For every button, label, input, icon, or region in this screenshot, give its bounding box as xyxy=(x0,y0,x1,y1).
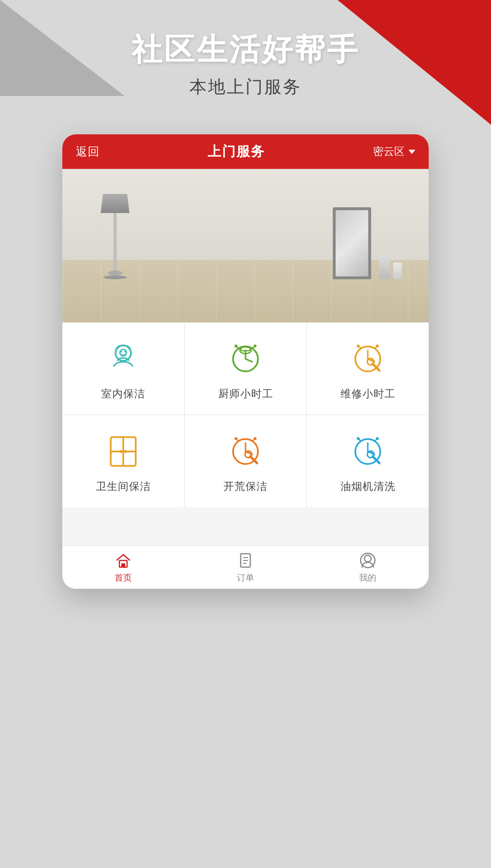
svg-point-3 xyxy=(124,351,126,353)
nav-item-mine[interactable]: 我的 xyxy=(306,546,429,589)
service-label-move-in: 开荒保洁 xyxy=(223,479,268,494)
app-header: 返回 上门服务 密云区 xyxy=(62,134,429,169)
lamp-base xyxy=(108,271,122,275)
vase1-decoration xyxy=(379,255,390,279)
svg-point-20 xyxy=(357,345,360,347)
service-label-indoor-cleaning: 室内保洁 xyxy=(101,387,145,401)
nav-label-mine: 我的 xyxy=(359,572,376,583)
back-button[interactable]: 返回 xyxy=(76,144,100,159)
move-in-cleaning-icon xyxy=(226,432,265,471)
vase2-decoration xyxy=(393,262,402,279)
service-grid: 室内保洁 厨师小时工 xyxy=(62,322,429,507)
svg-rect-46 xyxy=(121,563,125,567)
service-item-chef[interactable]: 厨师小时工 xyxy=(185,322,306,415)
svg-point-51 xyxy=(364,555,371,562)
svg-point-21 xyxy=(376,345,379,347)
lamp-decoration xyxy=(101,194,129,279)
svg-point-35 xyxy=(254,437,257,440)
location-text: 密云区 xyxy=(373,144,405,159)
svg-point-11 xyxy=(234,345,237,347)
location-selector[interactable]: 密云区 xyxy=(373,144,415,159)
service-label-bathroom: 卫生间保洁 xyxy=(96,479,151,494)
service-item-repair[interactable]: 维修小时工 xyxy=(307,322,429,415)
phone-frame: 返回 上门服务 密云区 xyxy=(62,134,429,589)
hero-subtitle: 本地上门服务 xyxy=(0,75,491,99)
nav-item-home[interactable]: 首页 xyxy=(62,546,185,589)
service-item-bathroom[interactable]: 卫生间保洁 xyxy=(62,415,184,507)
svg-rect-8 xyxy=(241,347,250,351)
lamp-shade xyxy=(101,194,129,213)
svg-line-6 xyxy=(246,359,252,362)
svg-point-25 xyxy=(119,450,122,453)
hero-section: 社区生活好帮手 本地上门服务 xyxy=(0,29,491,99)
service-label-chef: 厨师小时工 xyxy=(218,387,273,401)
bathroom-icon xyxy=(104,432,142,471)
home-icon xyxy=(115,552,132,569)
svg-point-26 xyxy=(124,450,127,453)
hero-title: 社区生活好帮手 xyxy=(0,29,491,71)
indoor-cleaning-icon xyxy=(104,340,142,378)
chevron-down-icon xyxy=(409,150,415,154)
chef-icon xyxy=(226,340,265,378)
hood-cleaning-icon xyxy=(349,432,387,471)
lamp-pole xyxy=(114,213,117,271)
bottom-navigation: 首页 订单 我的 xyxy=(62,546,429,589)
service-item-hood[interactable]: 油烟机清洗 xyxy=(307,415,429,507)
mirror-decoration xyxy=(333,207,371,279)
service-item-indoor-cleaning[interactable]: 室内保洁 xyxy=(62,322,184,415)
service-label-hood: 油烟机清洗 xyxy=(340,479,396,494)
orders-icon xyxy=(237,552,254,569)
service-item-move-in[interactable]: 开荒保洁 xyxy=(185,415,306,507)
lamp-base2 xyxy=(103,275,127,279)
svg-point-12 xyxy=(254,345,257,347)
service-label-repair: 维修小时工 xyxy=(340,387,396,401)
svg-point-43 xyxy=(357,437,360,440)
repair-icon xyxy=(349,340,387,378)
page-title: 上门服务 xyxy=(208,143,265,161)
svg-point-44 xyxy=(376,437,379,440)
banner-image xyxy=(62,169,429,322)
nav-label-orders: 订单 xyxy=(237,572,254,583)
svg-point-2 xyxy=(120,351,122,353)
nav-label-home: 首页 xyxy=(115,572,132,583)
mine-icon xyxy=(359,552,376,569)
nav-item-orders[interactable]: 订单 xyxy=(185,546,307,589)
service-extra-space xyxy=(62,507,429,546)
svg-point-34 xyxy=(234,437,237,440)
